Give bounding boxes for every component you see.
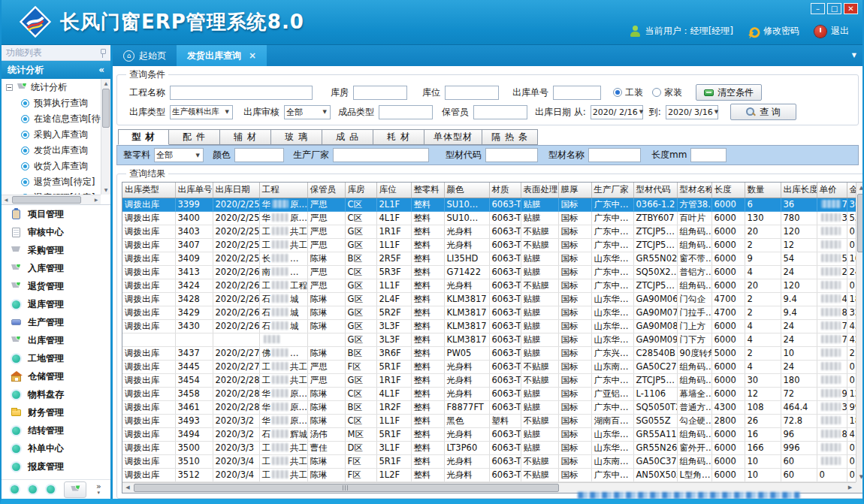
table-row[interactable]: 调拨出库34032020/2/25工共工程严思G区1R1F整料光身料6063-T… (122, 225, 864, 238)
tree-item[interactable]: 退货查询[待定] (2, 174, 101, 190)
column-header[interactable]: 生产厂家 (591, 183, 633, 198)
code-input[interactable] (485, 148, 538, 162)
column-header[interactable]: 型材代码 (633, 183, 677, 198)
column-header[interactable]: 型材名称 (677, 183, 711, 198)
collapse-icon[interactable]: « (98, 65, 104, 75)
material-tab[interactable]: 成 品 (322, 129, 373, 145)
table-row[interactable]: 调拨出库34302020/2/26石城陈琳G区3L3F整料KLM38176063… (122, 319, 864, 333)
name-input[interactable] (588, 148, 641, 162)
tree-item[interactable]: 发货出库查询 (2, 143, 101, 158)
tab-list-caret-icon[interactable]: ▼ (852, 52, 856, 59)
tab-shipment-query[interactable]: 发货出库查询 × (177, 45, 267, 66)
tree-vertical-scrollbar[interactable]: ▲▼ (101, 79, 110, 195)
table-row[interactable]: 调拨出库34002020/2/25华原…严思C区4L1F整料SU10…6063-… (122, 211, 864, 225)
column-header[interactable]: 整零料 (411, 183, 444, 198)
tree-item[interactable]: 预算执行查询 (2, 95, 101, 111)
keeper-input[interactable] (473, 105, 527, 119)
tree-horizontal-scrollbar[interactable]: ◀▶ (2, 195, 101, 204)
color-input[interactable] (234, 148, 284, 162)
sidebar-item[interactable]: 入库管理 (2, 259, 110, 277)
column-header[interactable]: 保管员 (307, 183, 345, 198)
collapse-node-icon[interactable] (6, 84, 13, 91)
table-row[interactable]: 调拨出库35102020/3/4工共工程陈琳F区5R1F整料光身料6063-T5… (122, 454, 864, 468)
column-header[interactable]: 膜厚 (558, 183, 591, 198)
sidebar-item[interactable]: 结转管理 (2, 421, 110, 439)
length-input[interactable] (690, 148, 727, 162)
pin-icon[interactable] (99, 48, 106, 58)
table-row[interactable]: 调拨出库34282020/2/26石城陈琳G区2L4F整料KLM38176063… (122, 292, 864, 306)
radio-work-icon[interactable] (613, 88, 622, 97)
radio-work[interactable]: 工装 (613, 86, 643, 99)
order-no-input[interactable] (553, 86, 601, 100)
sidebar-item[interactable]: 补单中心 (2, 439, 110, 457)
module-dot-icon[interactable] (29, 485, 37, 493)
column-header[interactable]: 出库日期 (213, 183, 259, 198)
table-row[interactable]: 调拨出库34092020/2/25长…陈琳B区2R5F整料LI35HD6063-… (122, 252, 864, 265)
warehouse-input[interactable] (353, 86, 407, 100)
tree-root[interactable]: 统计分析 (2, 79, 101, 95)
material-tab[interactable]: 配 件 (169, 129, 220, 145)
column-header[interactable]: 表面处理 (521, 183, 558, 198)
change-password-button[interactable]: 修改密码 (748, 25, 799, 38)
material-tab[interactable]: 隔 热 条 (482, 129, 538, 145)
table-row[interactable]: 调拨出库34132020/2/26南…严思C区5R3F整料G714226063-… (122, 265, 864, 279)
column-header[interactable]: 材质 (489, 183, 521, 198)
tree-item[interactable]: 收货入库查询 (2, 158, 101, 174)
column-header[interactable]: 长度 (711, 183, 745, 198)
table-row[interactable]: 调拨出库34582020/2/28华原…陈琳C区4L1F整料光身料6063-T5… (122, 387, 864, 400)
sidebar-item[interactable]: 出库管理 (2, 331, 110, 349)
table-row[interactable]: 调拨出库33992020/2/25华原…严思C区2L1F整料SU10…6063-… (122, 198, 864, 211)
date-to-select[interactable]: 2020/ 3/16▼ (666, 105, 718, 119)
table-row[interactable]: 调拨出库34942020/3/2石辉城汤伟M区5R1F整料光身料6063-T5贴… (122, 427, 864, 441)
module-dot-icon[interactable] (47, 485, 55, 493)
group-header[interactable]: 统计分析 « (2, 61, 110, 79)
radio-home-icon[interactable] (652, 88, 661, 97)
whole-select[interactable]: 全部▼ (154, 148, 204, 162)
table-row[interactable]: 调拨出库34292020/2/26石城陈琳G区5R2F整料KLM38176063… (122, 306, 864, 319)
material-tab[interactable]: 单体型材 (424, 129, 482, 145)
table-row[interactable]: 调拨出库34932020/3/2华原…陈琳C区1L1F整料黑色塑料不贴膜国标湖南… (122, 414, 864, 427)
minimize-button[interactable]: – (811, 3, 825, 14)
search-button[interactable]: 查 询 (730, 104, 796, 120)
material-tab[interactable]: 玻 璃 (271, 129, 322, 145)
sidebar-item[interactable]: 仓储管理 (2, 367, 110, 385)
module-dot-icon[interactable] (11, 485, 19, 493)
table-row[interactable]: G区3L3F整料KLM38176063-T5贴膜国标山东华…GA90M09…门下… (122, 333, 864, 346)
sidebar-item[interactable]: 采购管理 (2, 241, 110, 259)
slot-input[interactable] (445, 86, 499, 100)
column-header[interactable]: 单价 (817, 183, 847, 198)
sidebar-item[interactable]: 生产管理 (2, 313, 110, 331)
maker-input[interactable] (333, 148, 429, 162)
tab-home[interactable]: ⌂ 起始页 (113, 45, 177, 66)
sidebar-item[interactable]: 物料盘存 (2, 385, 110, 403)
tab-close-icon[interactable]: × (249, 50, 256, 61)
tree-item[interactable]: 在途信息查询[待 (2, 111, 101, 127)
column-header[interactable]: 颜色 (444, 183, 489, 198)
sidebar-item[interactable]: 退库管理 (2, 295, 110, 313)
cart-shortcut-button[interactable] (64, 481, 86, 498)
table-row[interactable]: 调拨出库34452020/2/27工共工程严思F区5R1F整料光身料6063-T… (122, 360, 864, 373)
project-name-input[interactable] (170, 86, 313, 100)
column-header[interactable]: 出库长度 (781, 183, 817, 198)
maximize-button[interactable]: □ (827, 3, 841, 14)
table-row[interactable]: 调拨出库35002020/3/3工共工程曹佳D区3L1F整料LT3P606063… (122, 441, 864, 454)
sidebar-item[interactable]: 报废管理 (2, 457, 110, 475)
column-header[interactable]: 库位 (376, 183, 411, 198)
out-type-select[interactable]: 生产领料出库▼ (170, 105, 233, 119)
column-header[interactable]: 库房 (345, 183, 376, 198)
table-row[interactable]: 调拨出库35122020/3/4工共工程陈琳F区1L2F整料光身料6063-T5… (122, 468, 864, 481)
column-header[interactable]: 工程 (259, 183, 307, 198)
column-header[interactable]: 数量 (745, 183, 781, 198)
more-modules-button[interactable]: »▾ (96, 483, 101, 496)
close-button[interactable]: ✕ (844, 3, 858, 14)
sidebar-item[interactable]: 工地管理 (2, 349, 110, 367)
date-from-select[interactable]: 2020/ 2/16▼ (591, 105, 643, 119)
sidebar-item[interactable]: 财务管理 (2, 403, 110, 421)
table-row[interactable]: 调拨出库34612020/2/28华原…陈琳B区1R2F整料F8877FT606… (122, 400, 864, 414)
sidebar-item[interactable]: 审核中心 (2, 223, 110, 241)
clear-conditions-button[interactable]: 清空条件 (696, 84, 762, 101)
column-header[interactable]: 出库单号 (175, 183, 213, 198)
logout-button[interactable]: 退出 (814, 25, 849, 38)
table-row[interactable]: 调拨出库34542020/2/28工共工程严思G区1R1F整料光身料6063-T… (122, 373, 864, 387)
audit-select[interactable]: 全部▼ (284, 105, 331, 119)
